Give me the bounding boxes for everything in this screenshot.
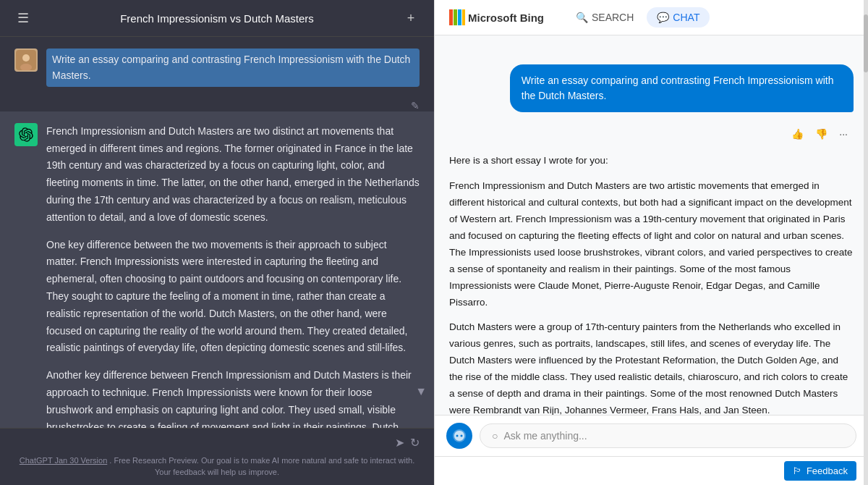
user-avatar xyxy=(14,48,38,72)
left-footer: ➤ ↻ ChatGPT Jan 30 Version . Free Resear… xyxy=(0,428,434,485)
bing-search-tab[interactable]: 🔍 SEARCH xyxy=(566,7,644,28)
assistant-para-3: Another key difference between French Im… xyxy=(46,367,420,428)
bing-bot-icon xyxy=(451,428,467,444)
bing-logo-icon xyxy=(449,9,465,25)
input-row: ➤ ↻ xyxy=(14,436,420,450)
refresh-icon[interactable]: ↻ xyxy=(410,436,420,450)
svg-point-8 xyxy=(456,435,459,437)
feedback-label: Feedback xyxy=(807,465,848,476)
assistant-para-2: One key difference between the two movem… xyxy=(46,237,420,358)
bing-response-intro: Here is a short essay I wrote for you: xyxy=(449,153,854,169)
user-message-text: Write an essay comparing and contrasting… xyxy=(46,48,420,87)
chat-nav-icon: 💬 xyxy=(657,12,669,23)
feedback-flag-icon: 🏳 xyxy=(793,465,802,476)
bing-nav: 🔍 SEARCH 💬 CHAT xyxy=(566,7,710,28)
feedback-button[interactable]: 🏳 Feedback xyxy=(784,461,856,481)
bing-chat-tab[interactable]: 💬 CHAT xyxy=(647,7,710,28)
left-header: ☰ French Impressionism vs Dutch Masters … xyxy=(0,0,434,37)
bing-chat-area: Write an essay comparing and contrasting… xyxy=(435,35,868,415)
assistant-message-text: French Impressionism and Dutch Masters a… xyxy=(46,123,420,428)
bing-input-placeholder: Ask me anything... xyxy=(503,430,587,442)
chat-tab-label: CHAT xyxy=(673,12,699,23)
menu-icon[interactable]: ☰ xyxy=(14,10,32,26)
svg-point-9 xyxy=(461,435,463,437)
edit-icon[interactable]: ✎ xyxy=(411,100,420,111)
search-tab-label: SEARCH xyxy=(592,12,634,23)
svg-rect-3 xyxy=(449,9,453,25)
footer-text-body: . Free Research Preview. Our goal is to … xyxy=(109,456,414,476)
chatgpt-version-link[interactable]: ChatGPT Jan 30 Version xyxy=(20,456,107,465)
chatgpt-avatar xyxy=(14,123,38,146)
bing-user-message: Write an essay comparing and contrasting… xyxy=(522,75,834,101)
message-actions: ✎ xyxy=(0,98,434,111)
footer-disclaimer: ChatGPT Jan 30 Version . Free Research P… xyxy=(14,455,420,478)
more-options-button[interactable]: ··· xyxy=(836,127,851,141)
chat-area: Write an essay comparing and contrasting… xyxy=(0,37,434,428)
chatgpt-panel: ☰ French Impressionism vs Dutch Masters … xyxy=(0,0,434,485)
bing-panel: Microsoft Bing 🔍 SEARCH 💬 CHAT Write an … xyxy=(434,0,868,485)
user-message-row: Write an essay comparing and contrasting… xyxy=(0,37,434,98)
assistant-para-1: French Impressionism and Dutch Masters a… xyxy=(46,123,420,227)
feedback-bar: 🏳 Feedback xyxy=(435,456,868,485)
bing-input-icon: ○ xyxy=(492,430,498,442)
send-icon[interactable]: ➤ xyxy=(395,436,404,450)
search-nav-icon: 🔍 xyxy=(576,12,588,23)
scrollbar-track[interactable] xyxy=(864,0,868,485)
thumbs-up-button[interactable]: 👍 xyxy=(788,127,807,141)
bing-bot-avatar xyxy=(446,423,472,449)
svg-point-1 xyxy=(22,54,30,62)
bing-footer: ○ Ask me anything... xyxy=(435,415,868,456)
bing-response: Here is a short essay I wrote for you: F… xyxy=(449,153,854,415)
page-title: French Impressionism vs Dutch Masters xyxy=(32,12,402,25)
assistant-message-row: French Impressionism and Dutch Masters a… xyxy=(0,111,434,428)
scrollbar-thumb xyxy=(864,14,868,72)
plus-icon[interactable]: + xyxy=(402,11,420,26)
bing-input-box[interactable]: ○ Ask me anything... xyxy=(480,423,856,448)
bing-header: Microsoft Bing 🔍 SEARCH 💬 CHAT xyxy=(435,0,868,35)
svg-rect-4 xyxy=(454,9,457,25)
svg-rect-5 xyxy=(458,9,461,25)
thumbs-down-button[interactable]: 👎 xyxy=(812,127,830,141)
svg-rect-6 xyxy=(462,9,465,25)
bing-response-para-2: Dutch Masters were a group of 17th-centu… xyxy=(449,319,854,415)
scroll-down-arrow: ▼ xyxy=(415,385,427,398)
bing-logo-text: Microsoft Bing xyxy=(468,12,544,24)
bing-bubble-actions: 👍 👎 ··· xyxy=(449,124,854,141)
bing-response-para-1: French Impressionism and Dutch Masters a… xyxy=(449,178,854,311)
bing-logo: Microsoft Bing xyxy=(449,9,544,25)
bing-user-bubble: Write an essay comparing and contrasting… xyxy=(510,64,854,112)
